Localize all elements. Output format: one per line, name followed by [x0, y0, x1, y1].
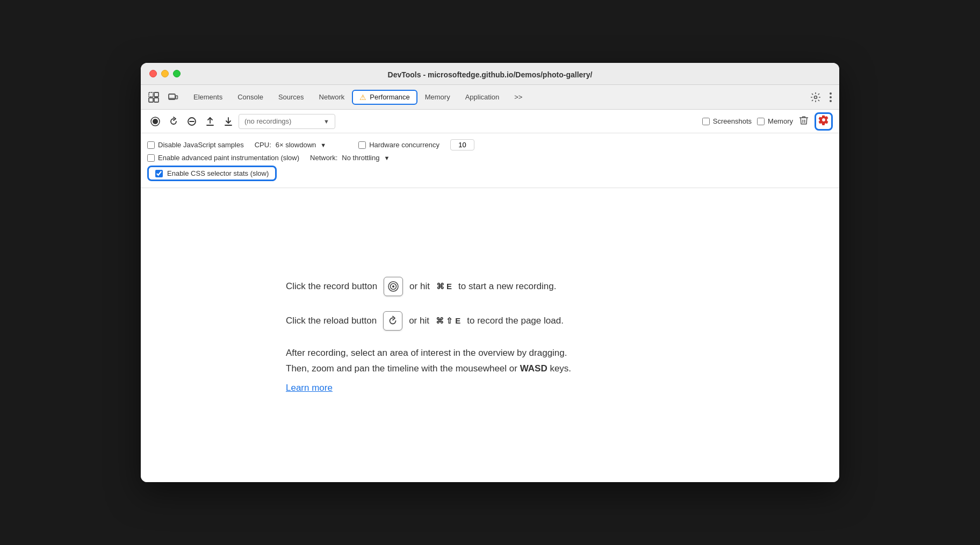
cpu-value: 6× slowdown	[276, 141, 316, 149]
chevron-down-icon: ▼	[323, 118, 329, 125]
main-content: Click the record button or hit ⌘ E to st…	[141, 188, 839, 482]
svg-rect-3	[154, 98, 158, 102]
record-text-after: to start a new recording.	[458, 281, 556, 292]
record-shortcut: ⌘ E	[436, 282, 452, 291]
options-row-1: Disable JavaScript samples CPU: 6× slowd…	[147, 138, 833, 152]
after-recording-text: After recording, select an area of inter…	[286, 346, 694, 377]
reload-instruction: Click the reload button or hit ⌘ ⇧ E to …	[286, 311, 694, 331]
performance-gear-icon	[818, 114, 829, 128]
window-title: DevTools - microsoftedge.github.io/Demos…	[388, 70, 593, 79]
after-text-1: After recording, select an area of inter…	[286, 348, 567, 358]
svg-rect-5	[176, 96, 178, 99]
tab-more[interactable]: >>	[507, 90, 530, 104]
devtools-window: DevTools - microsoftedge.github.io/Demos…	[141, 63, 839, 482]
css-stats-checkbox[interactable]	[155, 170, 163, 177]
instruction-block: Click the record button or hit ⌘ E to st…	[286, 277, 694, 394]
record-button[interactable]	[147, 113, 163, 130]
reload-text-before: Click the reload button	[286, 315, 377, 326]
network-dropdown[interactable]: No throttling ▼	[342, 154, 390, 162]
tab-memory[interactable]: Memory	[417, 90, 458, 104]
memory-checkbox[interactable]	[757, 118, 765, 125]
minimize-button[interactable]	[161, 70, 169, 77]
memory-checkbox-label[interactable]: Memory	[757, 117, 793, 125]
after-text-3: keys.	[550, 363, 571, 374]
enable-paint-label[interactable]: Enable advanced paint instrumentation (s…	[147, 154, 299, 162]
svg-rect-2	[149, 98, 153, 102]
svg-point-11	[830, 100, 832, 102]
toolbar-right: Screenshots Memory	[702, 112, 833, 131]
warning-triangle-icon: ⚠	[359, 93, 366, 102]
svg-point-13	[153, 119, 158, 124]
enable-paint-checkbox[interactable]	[147, 154, 155, 162]
network-chevron-icon: ▼	[384, 155, 390, 161]
reload-text-after: to record the page load.	[467, 315, 564, 326]
upload-button[interactable]	[202, 113, 218, 130]
recordings-dropdown[interactable]: (no recordings) ▼	[239, 114, 335, 129]
cpu-dropdown[interactable]: 6× slowdown ▼	[276, 141, 326, 149]
css-row: Enable CSS selector stats (slow)	[147, 163, 833, 183]
css-stats-label[interactable]: Enable CSS selector stats (slow)	[147, 166, 277, 181]
reload-or: or hit	[409, 315, 429, 326]
tab-bar-icons	[145, 90, 182, 105]
tab-bar-right	[807, 90, 835, 105]
download-button[interactable]	[220, 113, 236, 130]
close-button[interactable]	[149, 70, 157, 77]
title-bar: DevTools - microsoftedge.github.io/Demos…	[141, 63, 839, 85]
performance-settings-button[interactable]	[815, 112, 833, 131]
network-label: Network:	[310, 154, 337, 162]
record-instruction: Click the record button or hit ⌘ E to st…	[286, 277, 694, 296]
network-control: Network: No throttling ▼	[310, 154, 390, 162]
tab-performance[interactable]: ⚠ Performance	[352, 90, 417, 105]
options-bar: Disable JavaScript samples CPU: 6× slowd…	[141, 133, 839, 188]
svg-point-9	[830, 92, 832, 95]
hw-concurrency-checkbox[interactable]	[358, 141, 366, 149]
network-value: No throttling	[342, 154, 379, 162]
performance-toolbar: (no recordings) ▼ Screenshots Memory	[141, 110, 839, 133]
traffic-lights	[149, 70, 181, 77]
tab-bar: Elements Console Sources Network ⚠ Perfo…	[141, 85, 839, 110]
more-options-icon[interactable]	[826, 90, 835, 104]
record-button-icon	[384, 277, 403, 296]
tab-elements[interactable]: Elements	[186, 90, 230, 104]
reload-button[interactable]	[165, 113, 182, 130]
cpu-chevron-icon: ▼	[320, 142, 326, 148]
disable-js-samples-checkbox[interactable]	[147, 141, 155, 149]
after-text-2: Then, zoom and pan the timeline with the…	[286, 363, 517, 374]
clear-recordings-icon[interactable]	[798, 115, 809, 128]
tab-sources[interactable]: Sources	[271, 90, 312, 104]
device-emulation-icon[interactable]	[164, 90, 182, 105]
options-row-2: Enable advanced paint instrumentation (s…	[147, 152, 833, 163]
screenshots-checkbox-label[interactable]: Screenshots	[702, 117, 752, 125]
reload-shortcut: ⌘ ⇧ E	[436, 316, 460, 326]
settings-gear-icon[interactable]	[807, 90, 824, 105]
record-or: or hit	[409, 281, 430, 292]
hw-concurrency-label[interactable]: Hardware concurrency	[358, 141, 439, 149]
inspect-element-icon[interactable]	[145, 90, 162, 105]
recordings-value: (no recordings)	[244, 117, 291, 125]
svg-rect-1	[154, 92, 158, 97]
disable-js-samples-label[interactable]: Disable JavaScript samples	[147, 141, 244, 149]
screenshots-checkbox[interactable]	[702, 118, 710, 125]
hw-concurrency-input[interactable]: 10	[450, 139, 474, 150]
svg-point-10	[830, 96, 832, 98]
tab-console[interactable]: Console	[230, 90, 271, 104]
learn-more-link[interactable]: Learn more	[286, 383, 333, 393]
reload-button-icon	[383, 311, 402, 331]
cpu-label: CPU:	[255, 141, 271, 149]
tab-network[interactable]: Network	[312, 90, 352, 104]
wasd-text: WASD	[520, 363, 547, 374]
svg-point-8	[815, 96, 817, 98]
clear-button[interactable]	[184, 113, 200, 130]
record-text-before: Click the record button	[286, 281, 377, 292]
cpu-control: CPU: 6× slowdown ▼	[255, 141, 326, 149]
svg-point-20	[392, 285, 394, 288]
svg-rect-0	[149, 92, 153, 97]
maximize-button[interactable]	[173, 70, 181, 77]
tab-application[interactable]: Application	[458, 90, 507, 104]
